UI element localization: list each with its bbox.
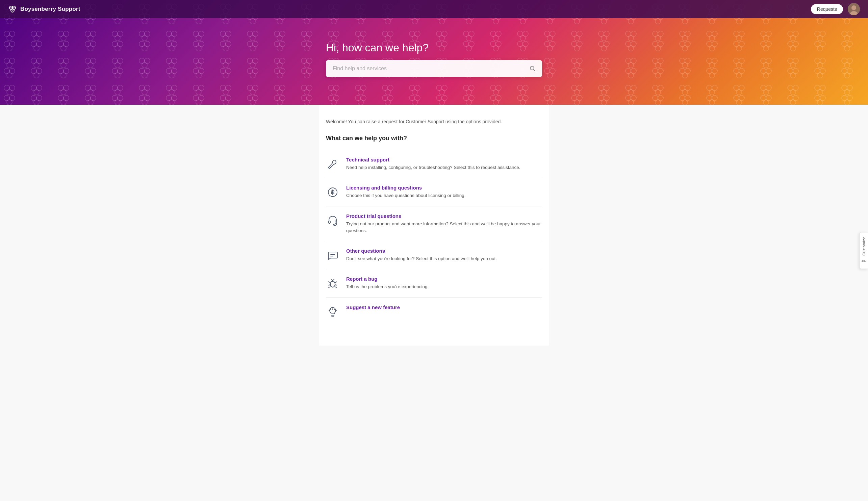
customize-tab[interactable]: Customize ✏	[859, 232, 868, 269]
search-box	[326, 60, 542, 77]
service-text-licensing-billing: Licensing and billing questions Choose t…	[346, 185, 542, 199]
service-list: Technical support Need help installing, …	[326, 150, 542, 325]
requests-button[interactable]: Requests	[811, 4, 843, 14]
service-desc-product-trial: Trying out our product and want more inf…	[346, 221, 542, 234]
service-item-suggest-feature[interactable]: Suggest a new feature	[326, 298, 542, 325]
navbar-right: Requests	[811, 3, 860, 15]
service-desc-licensing-billing: Choose this if you have questions about …	[346, 192, 542, 199]
customize-icon: ✏	[861, 258, 866, 265]
search-icon	[529, 65, 536, 72]
service-desc-other-questions: Don't see what you're looking for? Selec…	[346, 255, 542, 262]
service-title-product-trial: Product trial questions	[346, 213, 542, 219]
wrench-screwdriver-icon	[326, 158, 339, 171]
customize-label: Customize	[862, 236, 866, 255]
avatar-image	[848, 3, 860, 15]
service-title-technical-support: Technical support	[346, 157, 542, 162]
bug-icon	[326, 277, 339, 290]
service-text-report-bug: Report a bug Tell us the problems you're…	[346, 276, 542, 290]
service-text-suggest-feature: Suggest a new feature	[346, 305, 542, 312]
service-title-suggest-feature: Suggest a new feature	[346, 305, 542, 310]
service-text-other-questions: Other questions Don't see what you're lo…	[346, 248, 542, 262]
service-text-product-trial: Product trial questions Trying out our p…	[346, 213, 542, 234]
service-title-licensing-billing: Licensing and billing questions	[346, 185, 542, 191]
service-desc-report-bug: Tell us the problems you're experiencing…	[346, 284, 542, 290]
service-item-report-bug[interactable]: Report a bug Tell us the problems you're…	[326, 269, 542, 297]
svg-rect-18	[329, 221, 330, 223]
lightbulb-icon	[326, 305, 339, 319]
navbar: Boysenberry Support Requests	[0, 0, 868, 18]
service-desc-technical-support: Need help installing, configuring, or tr…	[346, 164, 542, 171]
avatar[interactable]	[848, 3, 860, 15]
dollar-circle-icon	[326, 185, 339, 199]
service-item-product-trial[interactable]: Product trial questions Trying out our p…	[326, 206, 542, 242]
service-item-other-questions[interactable]: Other questions Don't see what you're lo…	[326, 241, 542, 269]
svg-point-7	[851, 6, 856, 10]
search-button[interactable]	[523, 61, 542, 76]
brand-name: Boysenberry Support	[20, 6, 80, 12]
svg-point-5	[12, 10, 13, 11]
chat-icon	[326, 249, 339, 262]
svg-point-4	[13, 7, 15, 9]
service-item-technical-support[interactable]: Technical support Need help installing, …	[326, 150, 542, 178]
hero-content: Hi, how can we help?	[319, 42, 549, 77]
brand-logo-icon	[8, 5, 17, 13]
section-title: What can we help you with?	[326, 135, 542, 142]
main-content: Welcome! You can raise a request for Cus…	[319, 105, 549, 345]
svg-rect-19	[335, 221, 337, 223]
headset-icon	[326, 214, 339, 227]
welcome-text: Welcome! You can raise a request for Cus…	[326, 118, 542, 125]
service-title-other-questions: Other questions	[346, 248, 542, 254]
svg-point-3	[10, 7, 12, 9]
hero-title: Hi, how can we help?	[326, 42, 542, 54]
search-input[interactable]	[326, 60, 523, 77]
service-item-licensing-billing[interactable]: Licensing and billing questions Choose t…	[326, 178, 542, 206]
service-title-report-bug: Report a bug	[346, 276, 542, 282]
service-text-technical-support: Technical support Need help installing, …	[346, 157, 542, 171]
svg-point-20	[333, 224, 334, 225]
brand: Boysenberry Support	[8, 5, 80, 13]
